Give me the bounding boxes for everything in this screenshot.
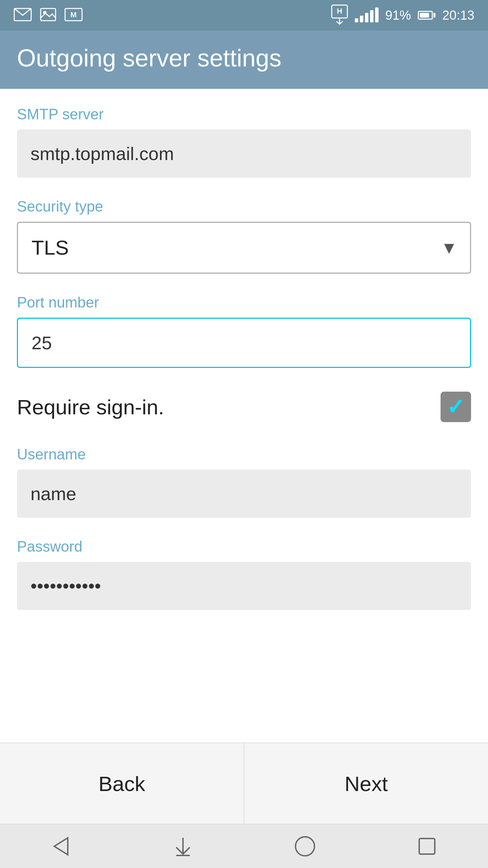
- svg-point-10: [296, 837, 314, 856]
- smtp-server-field: SMTP server: [17, 106, 471, 198]
- status-bar-right: H 91% 20:13: [331, 4, 474, 26]
- security-type-select[interactable]: None SSL TLS: [17, 222, 471, 274]
- mail-icon: [14, 8, 32, 23]
- port-number-field: Port number: [17, 294, 471, 388]
- checkmark-icon: ✓: [447, 396, 465, 418]
- battery-percentage: 91%: [385, 8, 411, 23]
- svg-text:H: H: [337, 7, 342, 15]
- nav-home-button[interactable]: [293, 834, 317, 858]
- nav-recent-button[interactable]: [415, 834, 439, 858]
- image-icon: [40, 8, 56, 23]
- navigation-bar: [0, 824, 488, 868]
- next-button[interactable]: Next: [244, 743, 488, 824]
- password-field: Password: [17, 538, 471, 630]
- status-bar: M H 91% 20:13: [0, 0, 488, 31]
- password-label: Password: [17, 538, 471, 555]
- username-field: Username: [17, 446, 471, 538]
- battery-icon: [418, 11, 435, 20]
- status-bar-left: M: [14, 8, 83, 23]
- back-button[interactable]: Back: [0, 743, 244, 824]
- username-input[interactable]: [17, 470, 471, 518]
- page-header: Outgoing server settings: [0, 31, 488, 89]
- port-number-label: Port number: [17, 294, 471, 311]
- security-type-field: Security type None SSL TLS ▼: [17, 198, 471, 274]
- smtp-server-input[interactable]: [17, 130, 471, 178]
- require-signin-label: Require sign-in.: [17, 395, 164, 419]
- form-content: SMTP server Security type None SSL TLS ▼…: [0, 89, 488, 747]
- network-h-icon: H: [331, 4, 348, 26]
- require-signin-row: Require sign-in. ✓: [17, 388, 471, 426]
- username-label: Username: [17, 446, 471, 463]
- page-title: Outgoing server settings: [17, 44, 471, 72]
- gmail-icon: M: [64, 8, 83, 23]
- nav-back-button[interactable]: [49, 834, 73, 858]
- svg-marker-7: [54, 838, 68, 855]
- port-number-input[interactable]: [17, 318, 471, 368]
- security-type-dropdown-wrapper: None SSL TLS ▼: [17, 222, 471, 274]
- smtp-server-label: SMTP server: [17, 106, 471, 123]
- svg-text:M: M: [70, 11, 77, 19]
- require-signin-checkbox[interactable]: ✓: [441, 392, 471, 422]
- status-time: 20:13: [442, 8, 474, 23]
- svg-rect-11: [419, 839, 435, 854]
- security-type-label: Security type: [17, 198, 471, 215]
- signal-bars-icon: [355, 8, 379, 22]
- nav-down-button[interactable]: [171, 834, 195, 858]
- password-input[interactable]: [17, 562, 471, 610]
- bottom-buttons: Back Next: [0, 743, 488, 824]
